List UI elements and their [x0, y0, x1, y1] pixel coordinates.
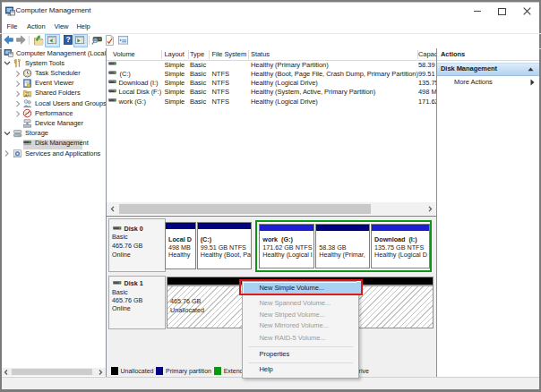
svg-text:?: ?	[65, 35, 70, 44]
